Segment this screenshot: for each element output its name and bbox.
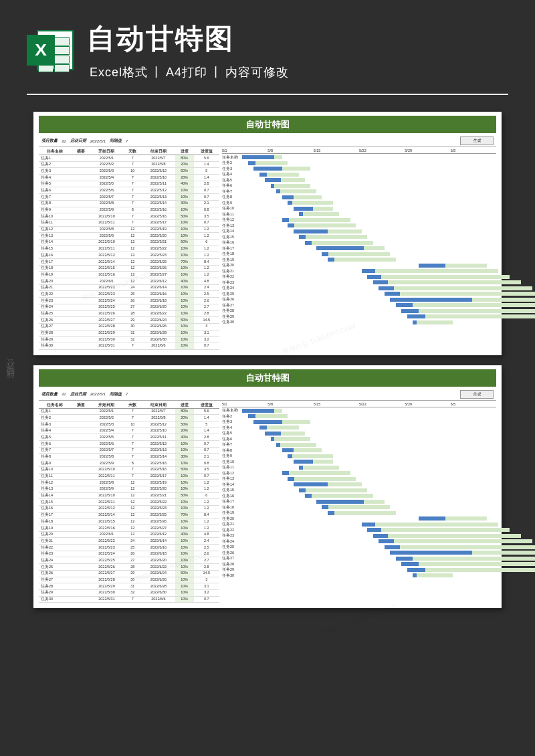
- gantt-row: 任务22: [222, 527, 496, 533]
- gantt-row: 任务8: [222, 195, 496, 201]
- gantt-row: 任务28: [222, 308, 496, 314]
- gantt-row: 任务2: [222, 161, 496, 167]
- gantt-row: 任务3: [222, 419, 496, 426]
- table-row: 任务152022/5/11122022/5/22 10%1.2: [39, 499, 219, 506]
- gantt-row: 任务8: [222, 448, 496, 454]
- table-row: 任务62022/5/672022/5/12 10%0.7: [39, 187, 219, 194]
- gantt-row: 任务名称: [222, 408, 496, 414]
- gantt-row: 任务13: [222, 223, 496, 229]
- table-row: 任务212022/5/22242022/6/14 10%2.4: [39, 284, 219, 291]
- gantt-row: 任务23: [222, 533, 496, 539]
- task-table: 任务名称摘要开始日期天数结束日期进度进度值 任务12022/5/172022/5…: [39, 402, 219, 603]
- params-row: 项目数量31 启动日期2022/5/1 间隔值7 生成: [39, 135, 496, 147]
- table-row: 任务242022/5/25272022/6/20 10%2.7: [39, 557, 219, 564]
- gantt-sheet: 自动甘特图 项目数量31 启动日期2022/5/1 间隔值7 生成 任务名称摘要…: [33, 112, 502, 355]
- gantt-row: 任务25: [222, 291, 496, 297]
- table-row: 任务202022/6/1122022/6/12 40%4.8: [39, 278, 219, 285]
- table-row: 任务132022/5/9122022/5/20 10%1.2: [39, 233, 219, 240]
- table-row: 任务52022/5/572022/5/11 40%2.8: [39, 434, 219, 441]
- table-row: 任务302022/5/3172022/6/6 10%0.7: [39, 596, 219, 603]
- table-row: 任务302022/5/3172022/6/6 10%0.7: [39, 343, 219, 349]
- table-row: 任务72022/5/772022/5/13 10%0.7: [39, 447, 219, 454]
- gantt-row: 任务13: [222, 476, 496, 482]
- gantt-row: 任务20: [222, 516, 496, 522]
- table-row: 任务272022/5/28302022/6/26 10%3: [39, 323, 219, 330]
- table-row: 任务292022/5/30322022/6/30 10%3.2: [39, 337, 219, 343]
- table-row: 任务142022/5/10122022/5/21 50%6: [39, 239, 219, 246]
- gantt-row: 任务17: [222, 246, 496, 252]
- gantt-row: 任务16: [222, 240, 496, 246]
- generate-button[interactable]: 生成: [460, 136, 494, 145]
- chart-axis: 5/15/85/155/225/296/5: [222, 402, 496, 407]
- gantt-row: 任务9: [222, 200, 496, 206]
- gantt-row: 任务18: [222, 252, 496, 258]
- table-row: 任务262022/5/27292022/6/24 50%14.5: [39, 570, 219, 577]
- gantt-row: 任务27: [222, 302, 496, 308]
- table-row: 任务142022/5/10122022/5/21 50%6: [39, 492, 219, 499]
- gantt-row: 任务20: [222, 263, 496, 269]
- gantt-row: 任务30: [222, 573, 496, 579]
- table-row: 任务282022/5/29312022/6/28 10%3.1: [39, 583, 219, 590]
- divider: [27, 94, 508, 95]
- table-row: 任务192022/5/16122022/5/27 10%1.2: [39, 525, 219, 532]
- table-row: 任务42022/5/472022/5/10 20%1.4: [39, 175, 219, 181]
- gantt-row: 任务11: [222, 465, 496, 471]
- table-row: 任务182022/5/15122022/5/26 10%1.2: [39, 265, 219, 272]
- table-row: 任务42022/5/472022/5/10 20%1.4: [39, 428, 219, 434]
- gantt-row: 任务29: [222, 567, 496, 573]
- table-row: 任务12022/5/172022/5/7 80%5.6: [39, 408, 219, 415]
- gantt-row: 任务18: [222, 504, 496, 510]
- table-row: 任务172022/5/14122022/5/25 70%8.4: [39, 512, 219, 518]
- table-row: 任务162022/5/12122022/5/23 10%1.2: [39, 505, 219, 512]
- gantt-row: 任务4: [222, 172, 496, 178]
- gantt-row: 任务15: [222, 488, 496, 494]
- table-row: 任务272022/5/28302022/6/26 10%3: [39, 577, 219, 583]
- table-row: 任务182022/5/15122022/5/26 10%1.2: [39, 518, 219, 525]
- generate-button[interactable]: 生成: [460, 390, 494, 399]
- table-row: 任务222022/5/23252022/6/16 10%2.5: [39, 545, 219, 551]
- gantt-row: 任务6: [222, 183, 496, 189]
- gantt-row: 任务19: [222, 510, 496, 516]
- gantt-row: 任务11: [222, 211, 496, 217]
- sheet-title: 自动甘特图: [39, 369, 496, 387]
- gantt-row: 任务30: [222, 320, 496, 326]
- table-row: 任务192022/5/16122022/5/27 10%1.2: [39, 272, 219, 278]
- gantt-row: 任务9: [222, 454, 496, 460]
- gantt-row: 任务10: [222, 459, 496, 465]
- gantt-row: 任务23: [222, 280, 496, 286]
- gantt-row: 任务10: [222, 206, 496, 212]
- table-row: 任务112022/5/1172022/5/17 10%0.7: [39, 473, 219, 480]
- table-row: 任务72022/5/772022/5/13 10%0.7: [39, 194, 219, 201]
- gantt-row: 任务28: [222, 561, 496, 567]
- table-row: 任务102022/5/1072022/5/16 50%3.5: [39, 213, 219, 220]
- table-row: 任务122022/5/8122022/5/19 10%1.2: [39, 226, 219, 233]
- table-row: 任务92022/5/982022/5/16 10%0.8: [39, 460, 219, 467]
- gantt-sheet: 自动甘特图 项目数量31 启动日期2022/5/1 间隔值7 生成 任务名称摘要…: [33, 365, 502, 609]
- gantt-row: 任务24: [222, 286, 496, 292]
- table-row: 任务292022/5/30322022/6/30 10%3.2: [39, 589, 219, 596]
- table-row: 任务82022/5/872022/5/14 30%2.1: [39, 200, 219, 207]
- table-row: 任务92022/5/982022/5/16 10%0.8: [39, 207, 219, 213]
- gantt-row: 任务6: [222, 436, 496, 442]
- gantt-row: 任务26: [222, 550, 496, 556]
- table-row: 任务22022/5/272022/5/8 20%1.4: [39, 161, 219, 168]
- gantt-row: 任务3: [222, 166, 496, 172]
- gantt-row: 任务7: [222, 442, 496, 448]
- gantt-row: 任务19: [222, 257, 496, 263]
- table-row: 任务32022/5/3102022/5/12 50%5: [39, 168, 219, 175]
- gantt-row: 任务17: [222, 499, 496, 505]
- page-subtitle: Excel格式丨A4打印丨内容可修改: [87, 64, 508, 80]
- side-watermark: 熊猫办公: [4, 370, 16, 386]
- page-title: 自动甘特图: [87, 20, 508, 58]
- gantt-row: 任务15: [222, 234, 496, 240]
- table-row: 任务12022/5/172022/5/7 80%5.6: [39, 155, 219, 162]
- table-row: 任务232022/5/24262022/6/18 10%2.6: [39, 298, 219, 304]
- table-row: 任务282022/5/29312022/6/28 10%3.1: [39, 330, 219, 337]
- table-row: 任务252022/5/26282022/6/22 10%2.8: [39, 564, 219, 571]
- table-row: 任务122022/5/8122022/5/19 10%1.2: [39, 480, 219, 486]
- sheet-title: 自动甘特图: [39, 116, 496, 133]
- chart-axis: 5/15/85/155/225/296/5: [222, 149, 496, 154]
- gantt-row: 任务5: [222, 431, 496, 437]
- params-row: 项目数量31 启动日期2022/5/1 间隔值7 生成: [39, 389, 496, 401]
- gantt-row: 任务12: [222, 470, 496, 476]
